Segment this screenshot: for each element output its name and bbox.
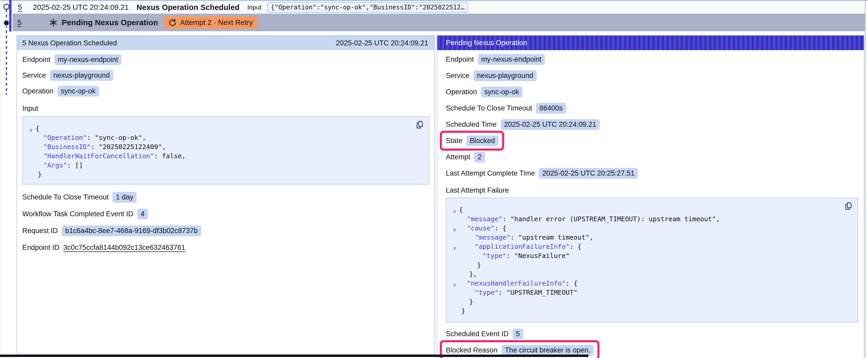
field-value-operation: sync-op-ok (58, 86, 99, 97)
field-row-request-id: Request IDb1c6a4bc-8ee7-468a-9169-df3b02… (17, 222, 201, 239)
json-line: ∨"nexusHandlerFailureInfo": { (450, 279, 852, 288)
json-text: { (35, 124, 39, 133)
json-key: "applicationFailureInfo" (475, 242, 569, 251)
json-text: : { (566, 279, 578, 288)
field-label-service: Service (446, 72, 469, 80)
field-row-last-attempt-complete-time: Last Attempt Complete Time2025-02-25 UTC… (437, 165, 638, 182)
bottom-edge-bar (0, 355, 588, 357)
json-key: "message" (467, 215, 502, 224)
json-line: ∨"type": "UPSTREAM_TIMEOUT" (450, 288, 852, 297)
field-label-workflow-task-completed-event-id: Workflow Task Completed Event ID (22, 210, 133, 218)
json-key: "BusinessID" (43, 142, 91, 152)
json-text: }, (469, 270, 477, 279)
json-line: ∨} (450, 261, 852, 270)
json-text: : { (494, 224, 506, 233)
collapse-caret-icon[interactable]: ∨ (450, 225, 459, 234)
pending-operation-panel: Pending Nexus Operation Endpointmy-nexus… (437, 35, 864, 358)
json-text: : "sync-op-ok", (87, 133, 146, 142)
json-line: ∨"type": "NexusFailure" (450, 252, 852, 261)
field-value-state: Blocked (466, 135, 498, 146)
field-value-schedule-to-close-timeout: 86400s (536, 103, 566, 113)
json-line: ∨"Args": [] (27, 161, 424, 170)
history-row-pending-operation[interactable]: 5 Pending Nexus Operation Attempt 2 · Ne… (12, 14, 865, 31)
field-value-service: nexus-playground (50, 70, 113, 81)
json-text: { (459, 205, 463, 215)
copy-button[interactable] (414, 120, 425, 130)
field-row-schedule-to-close-timeout: Schedule To Close Timeout86400s (437, 100, 566, 116)
json-key: "cause" (467, 224, 494, 233)
collapse-caret-icon[interactable]: ∨ (450, 243, 459, 253)
field-label-schedule-to-close-timeout: Schedule To Close Timeout (22, 193, 108, 201)
right-frame-border (865, 0, 866, 358)
json-key: "Args" (43, 161, 67, 170)
field-label-blocked-reason: Blocked Reason (446, 346, 498, 354)
temporal-workflow-history-screen: 5 2025-02-25 UTC 20:24:09.21 Nexus Opera… (0, 0, 868, 358)
field-row-operation: Operationsync-op-ok (437, 84, 523, 100)
field-row-workflow-task-completed-event-id: Workflow Task Completed Event ID4 (17, 205, 148, 222)
timeline-selected-bar (9, 0, 11, 32)
field-row-attempt: Attempt2 (437, 149, 485, 165)
collapse-caret-icon[interactable]: ∨ (27, 126, 35, 134)
field-row-endpoint: Endpointmy-nexus-endpoint (17, 52, 121, 67)
field-value-endpoint: my-nexus-endpoint (478, 54, 545, 65)
json-line: ∨"cause": { (450, 224, 852, 233)
field-label-last-attempt-complete-time: Last Attempt Complete Time (446, 169, 535, 177)
event-fields-top: Endpointmy-nexus-endpointServicenexus-pl… (17, 52, 435, 99)
field-value-endpoint-id[interactable]: 3c0c75ccfa8144b092c13ce632463761 (63, 243, 185, 252)
field-label-endpoint: Endpoint (446, 55, 474, 64)
field-row-scheduled-time: Scheduled Time2025-02-25 UTC 20:24:09.21 (437, 116, 600, 133)
copy-button[interactable] (843, 201, 853, 211)
json-line: ∨} (27, 170, 424, 179)
json-line: ∨} (450, 306, 852, 316)
field-row-endpoint: Endpointmy-nexus-endpoint (437, 51, 545, 67)
event-detail-header-title: 5 Nexus Operation Scheduled (22, 39, 117, 47)
json-text: : "NexusFailure" (506, 252, 569, 260)
json-key: "Operation" (43, 133, 87, 142)
collapse-caret-icon[interactable]: ∨ (450, 207, 459, 216)
json-line: ∨"BusinessID": "20250225122409", (27, 142, 424, 152)
json-text: : { (569, 242, 581, 251)
collapse-caret-icon[interactable]: ∨ (450, 280, 459, 289)
json-line: ∨{ (450, 205, 852, 215)
pending-asterisk-icon (49, 19, 58, 27)
event-input-preview-chip[interactable]: {"Operation":"sync-op-ok","BusinessID":"… (267, 2, 468, 12)
input-section-label: Input (17, 101, 435, 116)
json-key: "HandlerWaitForCancellation" (43, 152, 154, 161)
field-label-operation: Operation (446, 88, 477, 96)
retry-badge-label: Attempt 2 · Next Retry (180, 19, 253, 27)
json-text: } (469, 297, 473, 306)
json-text: : "UPSTREAM_TIMEOUT" (498, 288, 578, 297)
field-value-operation: sync-op-ok (481, 87, 523, 97)
failure-section-label: Last Attempt Failure (437, 183, 864, 198)
field-row-state: StateBlocked (437, 133, 498, 149)
event-detail-panel: 5 Nexus Operation Scheduled 2025-02-25 U… (17, 35, 435, 354)
field-value-blocked-reason: The circuit breaker is open. (501, 345, 594, 356)
json-text: } (461, 306, 465, 316)
json-line: ∨"applicationFailureInfo": { (450, 242, 852, 252)
field-label-endpoint: Endpoint (22, 56, 51, 64)
field-value-scheduled-time: 2025-02-25 UTC 20:24:09.21 (501, 119, 600, 130)
event-detail-header: 5 Nexus Operation Scheduled 2025-02-25 U… (17, 36, 435, 50)
history-row-event-scheduled[interactable]: 5 2025-02-25 UTC 20:24:09.21 Nexus Opera… (12, 1, 865, 14)
json-line: ∨"Operation": "sync-op-ok", (27, 133, 424, 142)
retry-badge: Attempt 2 · Next Retry (164, 17, 257, 29)
field-value-endpoint: my-nexus-endpoint (54, 54, 122, 65)
timeline-open-node-icon (3, 4, 9, 10)
copy-icon (415, 120, 424, 129)
timeline-current-node-icon (3, 20, 10, 27)
field-label-operation: Operation (22, 87, 54, 95)
field-value-workflow-task-completed-event-id: 4 (137, 209, 148, 220)
event-timestamp: 2025-02-25 UTC 20:24:09.21 (33, 3, 129, 11)
timeline-gutter (0, 0, 12, 105)
field-row-schedule-to-close-timeout: Schedule To Close Timeout1 day (17, 189, 136, 205)
pending-fields-top: Endpointmy-nexus-endpointServicenexus-pl… (437, 51, 864, 182)
json-key: "nexusHandlerFailureInfo" (467, 279, 566, 288)
field-value-service: nexus-playground (473, 70, 537, 81)
json-text: } (38, 170, 42, 179)
pending-id-link[interactable]: 5 (17, 19, 22, 27)
input-json-lines: ∨{∨"Operation": "sync-op-ok",∨"BusinessI… (27, 124, 424, 179)
event-input-label: Input (247, 4, 261, 11)
event-id-link[interactable]: 5 (18, 3, 22, 11)
field-row-service: Servicenexus-playground (17, 67, 113, 83)
json-text: : "20250225122409", (91, 142, 166, 152)
